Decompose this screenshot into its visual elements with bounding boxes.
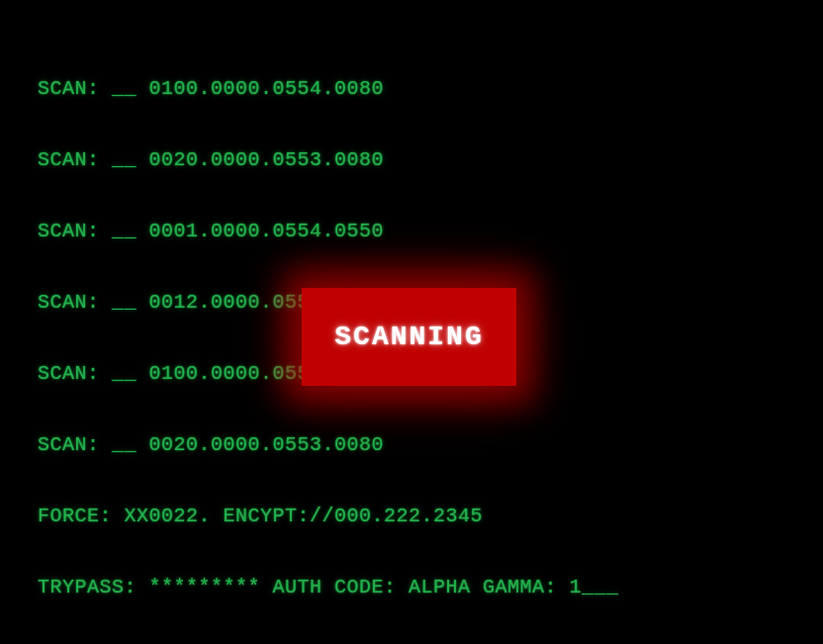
scanning-overlay-label: SCANNING <box>334 325 483 349</box>
terminal-line: SCAN: __ 0100.0000.0554.0080 <box>38 77 823 101</box>
terminal-line: FORCE: XX0022. ENCYPT://000.222.2345 <box>38 505 823 528</box>
terminal-line: SCAN: __ 0001.0000.0554.0550 <box>38 220 823 243</box>
terminal-line: SCAN: __ 0020.0000.0553.0080 <box>38 148 823 172</box>
scanning-overlay: SCANNING <box>302 288 516 386</box>
terminal-line: SCAN: __ 0020.0000.0553.0080 <box>38 433 823 457</box>
terminal-line: TRYPASS: ********* AUTH CODE: ALPHA GAMM… <box>38 576 823 599</box>
terminal-output: SCAN: __ 0100.0000.0554.0080 SCAN: __ 00… <box>0 0 823 644</box>
